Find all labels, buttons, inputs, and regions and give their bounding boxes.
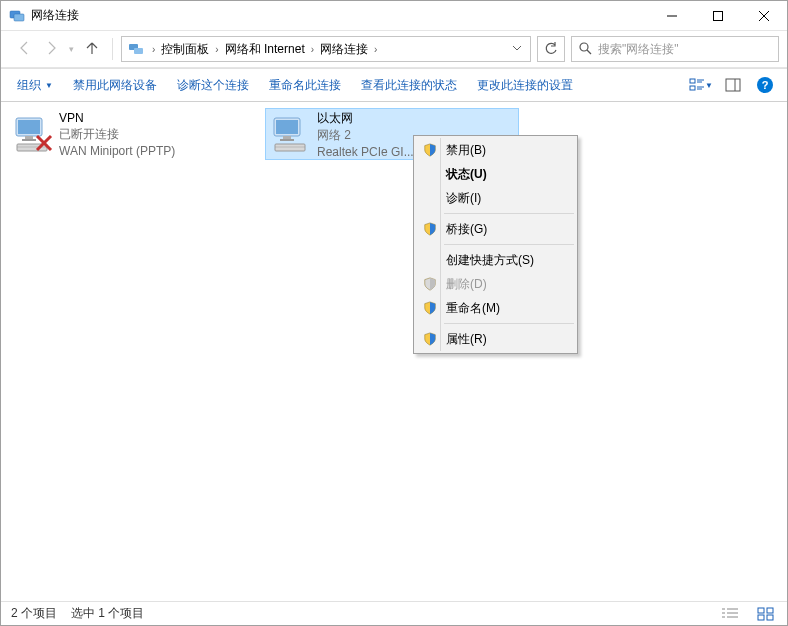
- diagnose-button[interactable]: 诊断这个连接: [171, 73, 255, 98]
- address-box[interactable]: › 控制面板 › 网络和 Internet › 网络连接 ›: [121, 36, 531, 62]
- context-menu-label: 属性(R): [446, 331, 487, 348]
- svg-rect-7: [134, 48, 143, 54]
- connection-name: VPN: [59, 111, 175, 125]
- details-view-icon: [721, 607, 739, 621]
- context-menu: 禁用(B)状态(U)诊断(I)桥接(G)创建快捷方式(S)删除(D)重命名(M)…: [413, 135, 578, 354]
- view-status-button[interactable]: 查看此连接的状态: [355, 73, 463, 98]
- connection-state: 已断开连接: [59, 126, 175, 143]
- breadcrumb[interactable]: 网络连接: [318, 41, 370, 58]
- connection-text: VPN已断开连接WAN Miniport (PPTP): [59, 110, 175, 158]
- search-icon: [578, 41, 592, 58]
- preview-pane-icon: [725, 77, 741, 93]
- connection-device: WAN Miniport (PPTP): [59, 144, 175, 158]
- shield-icon: [422, 300, 438, 316]
- svg-rect-21: [22, 139, 36, 141]
- minimize-button[interactable]: [649, 1, 695, 31]
- network-icon: [9, 8, 25, 24]
- svg-rect-29: [280, 139, 294, 141]
- selection-count: 选中 1 个项目: [71, 605, 144, 622]
- maximize-icon: [713, 11, 723, 21]
- title-bar: 网络连接: [1, 1, 787, 31]
- svg-rect-20: [25, 136, 33, 139]
- context-menu-label: 重命名(M): [446, 300, 500, 317]
- connection-name: 以太网: [317, 110, 414, 126]
- recent-dropdown[interactable]: ▾: [69, 44, 74, 54]
- connection-icon: [9, 110, 57, 158]
- context-menu-item[interactable]: 状态(U): [416, 162, 575, 186]
- svg-line-9: [587, 50, 591, 54]
- context-menu-item[interactable]: 属性(R): [416, 327, 575, 351]
- maximize-button[interactable]: [695, 1, 741, 31]
- breadcrumb-sep[interactable]: ›: [370, 44, 381, 55]
- context-menu-item[interactable]: 桥接(G): [416, 217, 575, 241]
- large-icons-view-button[interactable]: [755, 605, 777, 623]
- svg-rect-10: [690, 79, 695, 83]
- context-menu-label: 状态(U): [446, 166, 487, 183]
- address-dropdown[interactable]: [506, 42, 528, 56]
- search-placeholder: 搜索"网络连接": [598, 41, 679, 58]
- shield-icon: [422, 221, 438, 237]
- context-menu-item[interactable]: 重命名(M): [416, 296, 575, 320]
- svg-rect-27: [276, 120, 298, 134]
- connection-text: 以太网网络 2Realtek PCIe GI...: [317, 110, 414, 158]
- help-button[interactable]: ?: [753, 77, 777, 93]
- context-menu-label: 删除(D): [446, 276, 487, 293]
- content-area[interactable]: VPN已断开连接WAN Miniport (PPTP)以太网网络 2Realte…: [1, 102, 787, 601]
- tiles-view-icon: [689, 77, 704, 93]
- rename-button[interactable]: 重命名此连接: [263, 73, 347, 98]
- context-menu-label: 创建快捷方式(S): [446, 252, 534, 269]
- shield-icon: [422, 331, 438, 347]
- svg-rect-28: [283, 136, 291, 139]
- svg-rect-11: [690, 86, 695, 90]
- svg-rect-3: [714, 11, 723, 20]
- preview-pane-button[interactable]: [721, 73, 745, 97]
- svg-rect-41: [767, 615, 773, 620]
- breadcrumb-sep[interactable]: ›: [211, 44, 222, 55]
- search-box[interactable]: 搜索"网络连接": [571, 36, 779, 62]
- large-icons-icon: [757, 607, 775, 621]
- organize-button[interactable]: 组织▼: [11, 73, 59, 98]
- context-menu-item[interactable]: 禁用(B): [416, 138, 575, 162]
- help-icon: ?: [757, 77, 773, 93]
- window-title: 网络连接: [31, 7, 649, 24]
- svg-rect-1: [14, 14, 24, 21]
- svg-rect-38: [758, 608, 764, 613]
- refresh-button[interactable]: [537, 36, 565, 62]
- forward-button[interactable]: [43, 40, 59, 59]
- context-menu-separator: [444, 213, 574, 214]
- breadcrumb[interactable]: 控制面板: [159, 41, 211, 58]
- minimize-icon: [667, 11, 677, 21]
- location-icon: [128, 41, 144, 57]
- change-settings-button[interactable]: 更改此连接的设置: [471, 73, 579, 98]
- shield-icon: [422, 276, 438, 292]
- close-button[interactable]: [741, 1, 787, 31]
- breadcrumb-sep[interactable]: ›: [148, 44, 159, 55]
- connection-icon: [267, 110, 315, 158]
- context-menu-label: 禁用(B): [446, 142, 486, 159]
- refresh-icon: [544, 42, 558, 56]
- view-mode-button[interactable]: ▼: [689, 73, 713, 97]
- window-controls: [649, 1, 787, 31]
- back-button[interactable]: [17, 40, 33, 59]
- context-menu-separator: [444, 323, 574, 324]
- svg-rect-19: [18, 120, 40, 134]
- up-button[interactable]: [84, 40, 100, 59]
- svg-rect-40: [758, 615, 764, 620]
- nav-arrows: ▾: [9, 40, 106, 59]
- context-menu-item[interactable]: 创建快捷方式(S): [416, 248, 575, 272]
- close-icon: [759, 11, 769, 21]
- connection-item[interactable]: VPN已断开连接WAN Miniport (PPTP): [7, 108, 261, 160]
- connection-device: Realtek PCIe GI...: [317, 145, 414, 158]
- svg-rect-16: [726, 79, 740, 91]
- disable-device-button[interactable]: 禁用此网络设备: [67, 73, 163, 98]
- details-view-button[interactable]: [719, 605, 741, 623]
- command-bar: 组织▼ 禁用此网络设备 诊断这个连接 重命名此连接 查看此连接的状态 更改此连接…: [1, 68, 787, 102]
- breadcrumb[interactable]: 网络和 Internet: [223, 41, 307, 58]
- context-menu-item[interactable]: 诊断(I): [416, 186, 575, 210]
- breadcrumb-sep[interactable]: ›: [307, 44, 318, 55]
- connection-state: 网络 2: [317, 127, 414, 143]
- context-menu-label: 诊断(I): [446, 190, 481, 207]
- status-bar: 2 个项目 选中 1 个项目: [1, 601, 787, 625]
- context-menu-item: 删除(D): [416, 272, 575, 296]
- connections-list: VPN已断开连接WAN Miniport (PPTP)以太网网络 2Realte…: [7, 108, 781, 160]
